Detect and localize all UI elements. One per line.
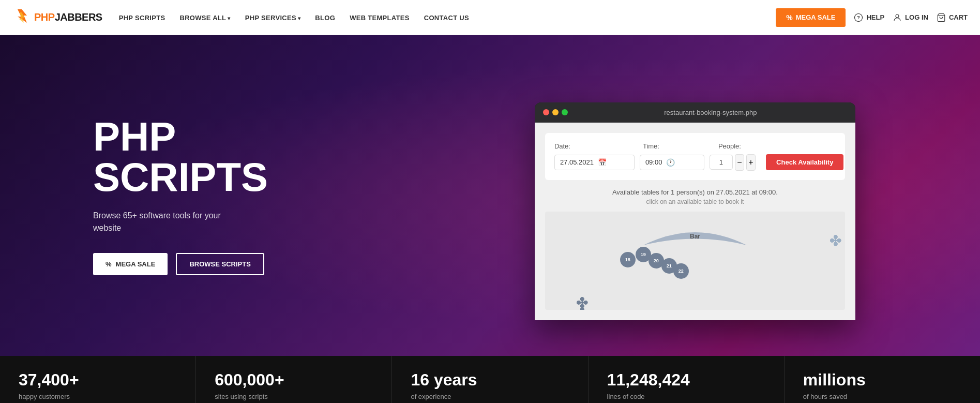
hero-buttons: % MEGA SALE BROWSE SCRIPTS: [93, 253, 441, 275]
stat-label-2: of experience: [411, 393, 451, 400]
browser-dots: [543, 109, 568, 115]
table-cross-6: ✤: [576, 305, 588, 310]
user-icon: [893, 13, 902, 22]
stats-bar: 37,400+ happy customers 600,000+ sites u…: [0, 356, 980, 403]
dot-green: [562, 109, 568, 115]
stat-number-1: 600,000+: [215, 370, 373, 390]
nav-item-php-scripts[interactable]: PHP SCRIPTS: [119, 13, 165, 22]
booking-form: Date: Time: People: 27.05.2021 📅 09:00 🕐: [545, 133, 845, 180]
nav-item-web-templates[interactable]: WEB TEMPLATES: [350, 13, 410, 22]
browser-bar: restaurant-booking-system.php: [535, 102, 855, 123]
help-link[interactable]: ? HELP: [854, 13, 884, 22]
svg-text:Bar: Bar: [690, 233, 700, 240]
stat-label-1: sites using scripts: [215, 393, 268, 400]
stat-label-0: happy customers: [19, 393, 70, 400]
navbar: PHPJABBERS PHP SCRIPTS BROWSE ALL PHP SE…: [0, 0, 980, 35]
hero-subtitle: Browse 65+ software tools for your websi…: [93, 210, 248, 234]
hero-percent-icon: %: [105, 260, 112, 268]
nav-item-php-services[interactable]: PHP SERVICES: [245, 13, 301, 22]
form-labels-row: Date: Time: People:: [554, 142, 836, 150]
stat-item-0: 37,400+ happy customers: [0, 356, 196, 403]
stat-number-0: 37,400+: [19, 370, 177, 390]
cart-icon: [937, 13, 946, 22]
right-table-4: ✤: [830, 232, 841, 249]
nav-item-contact-us[interactable]: CONTACT US: [424, 13, 469, 22]
calendar-icon: 📅: [598, 158, 607, 167]
available-text: Available tables for 1 person(s) on 27.0…: [545, 188, 845, 196]
people-field-container[interactable]: 1: [710, 155, 733, 170]
date-value: 27.05.2021: [560, 158, 594, 166]
hero-section: PHP SCRIPTS Browse 65+ software tools fo…: [0, 35, 980, 356]
stat-label-3: lines of code: [607, 393, 645, 400]
nav-links: PHP SCRIPTS BROWSE ALL PHP SERVICES BLOG…: [119, 13, 469, 22]
browser-url: restaurant-booking-system.php: [574, 109, 847, 116]
stat-number-4: millions: [803, 370, 961, 390]
hero-mockup: restaurant-booking-system.php Date: Time…: [441, 102, 980, 320]
cart-link[interactable]: CART: [937, 13, 968, 22]
time-value: 09:00: [645, 158, 662, 166]
stat-item-4: millions of hours saved: [785, 356, 980, 403]
people-minus-button[interactable]: −: [735, 154, 744, 171]
stat-item-2: 16 years of experience: [392, 356, 588, 403]
bar-shape-svg: Bar: [638, 217, 752, 250]
people-input-group: 1 − +: [710, 154, 756, 171]
people-value: 1: [719, 158, 723, 166]
clock-icon: 🕐: [666, 158, 675, 167]
hero-content: PHP SCRIPTS Browse 65+ software tools fo…: [0, 116, 441, 306]
people-label: People:: [718, 142, 836, 150]
mega-sale-button[interactable]: % MEGA SALE: [776, 8, 846, 27]
logo[interactable]: PHPJABBERS: [12, 8, 102, 27]
hero-title: PHP SCRIPTS: [93, 116, 441, 197]
svg-point-4: [896, 14, 899, 18]
time-label: Time:: [643, 142, 710, 150]
dot-yellow: [552, 109, 559, 115]
stat-number-3: 11,248,424: [607, 370, 765, 390]
navbar-right: % MEGA SALE ? HELP LOG IN CART: [776, 8, 968, 27]
table-18: 18: [620, 252, 636, 267]
hero-mega-sale-button[interactable]: % MEGA SALE: [93, 253, 168, 275]
nav-item-blog[interactable]: BLOG: [315, 13, 335, 22]
stat-item-3: 11,248,424 lines of code: [589, 356, 785, 403]
stat-label-4: of hours saved: [803, 393, 847, 400]
navbar-left: PHPJABBERS PHP SCRIPTS BROWSE ALL PHP SE…: [12, 8, 469, 27]
stat-number-2: 16 years: [411, 370, 569, 390]
people-plus-button[interactable]: +: [746, 154, 756, 171]
date-input-group[interactable]: 27.05.2021 📅: [554, 155, 635, 170]
click-text: click on an available table to book it: [545, 198, 845, 205]
table-22: 22: [673, 263, 689, 279]
dot-red: [543, 109, 549, 115]
logo-text: PHPJABBERS: [34, 11, 102, 23]
check-availability-button[interactable]: Check Availability: [766, 154, 843, 170]
table-layout: Bar 18 19 20 21 22 ✤ ✤ ✤ ✤: [545, 212, 845, 310]
login-link[interactable]: LOG IN: [893, 13, 928, 22]
stat-item-1: 600,000+ sites using scripts: [196, 356, 392, 403]
percent-icon: %: [786, 13, 792, 22]
svg-text:?: ?: [857, 14, 860, 20]
hero-browse-button[interactable]: BROWSE SCRIPTS: [176, 253, 264, 275]
browser-window: restaurant-booking-system.php Date: Time…: [535, 102, 855, 320]
browser-content: Date: Time: People: 27.05.2021 📅 09:00 🕐: [535, 123, 855, 320]
help-icon: ?: [854, 13, 863, 22]
time-input-group[interactable]: 09:00 🕐: [640, 155, 704, 170]
form-inputs-row: 27.05.2021 📅 09:00 🕐 1 − +: [554, 154, 836, 171]
nav-item-browse-all[interactable]: BROWSE ALL: [179, 13, 230, 22]
logo-icon: [12, 8, 31, 27]
date-label: Date:: [554, 142, 635, 150]
